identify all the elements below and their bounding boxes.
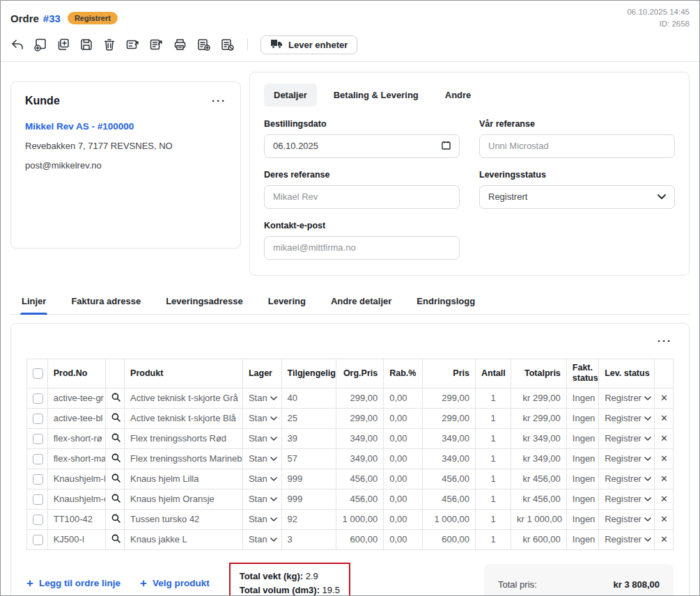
copy-order-add-icon[interactable] — [56, 38, 70, 52]
qty-cell[interactable]: 1 — [475, 448, 511, 469]
undo-icon[interactable] — [10, 38, 24, 52]
delivery-status-select[interactable]: Registrer — [599, 509, 655, 529]
row-checkbox[interactable] — [33, 393, 43, 404]
tab-levering[interactable]: Levering — [267, 290, 307, 314]
order-number-link[interactable]: #33 — [43, 13, 61, 24]
delete-line-icon[interactable]: ✕ — [660, 413, 668, 423]
stock-select[interactable]: Stan — [242, 509, 281, 529]
qty-cell[interactable]: 1 — [475, 428, 511, 448]
row-checkbox[interactable] — [33, 474, 43, 485]
add-document-icon[interactable] — [196, 38, 211, 52]
qty-cell[interactable]: 1 — [475, 469, 511, 489]
delete-line-icon[interactable]: ✕ — [660, 534, 668, 544]
deliver-units-button[interactable]: Lever enheter — [260, 36, 357, 54]
org-price-cell[interactable]: 299,00 — [336, 388, 384, 408]
search-icon[interactable] — [106, 509, 125, 529]
product-cell[interactable]: Flex treningsshorts Rød — [125, 428, 243, 448]
product-cell[interactable]: Flex treningsshorts Marineblå — [125, 448, 243, 469]
choose-product-button[interactable]: + Velg produkt — [140, 577, 210, 590]
stock-select[interactable]: Stan — [242, 428, 281, 448]
prod-no-cell[interactable]: active-tee-gr — [47, 388, 106, 408]
send-order-icon[interactable] — [125, 38, 140, 52]
price-cell[interactable]: 600,00 — [422, 529, 475, 549]
delete-line-icon[interactable]: ✕ — [660, 393, 668, 403]
row-checkbox[interactable] — [33, 515, 43, 525]
prod-no-cell[interactable]: active-tee-bl — [47, 408, 106, 428]
tab-leveringsadresse[interactable]: Leveringsadresse — [164, 290, 244, 314]
search-icon[interactable] — [106, 428, 125, 448]
prod-no-cell[interactable]: KJ500-l — [47, 529, 106, 549]
delete-line-icon[interactable]: ✕ — [660, 453, 668, 464]
org-price-cell[interactable]: 349,00 — [336, 428, 384, 448]
discount-cell[interactable]: 0,00 — [384, 388, 423, 408]
qty-cell[interactable]: 1 — [475, 408, 511, 428]
stock-select[interactable]: Stan — [242, 388, 281, 408]
row-checkbox[interactable] — [33, 535, 43, 545]
tab-detaljer[interactable]: Detaljer — [264, 84, 317, 107]
prod-no-cell[interactable]: flex-short-ma — [47, 448, 106, 469]
org-price-cell[interactable]: 1 000,00 — [336, 509, 384, 529]
search-icon[interactable] — [106, 469, 125, 489]
price-cell[interactable]: 299,00 — [422, 408, 475, 428]
product-cell[interactable]: Tussen tursko 42 — [125, 509, 243, 529]
tab-betaling-levering[interactable]: Betaling & Levering — [324, 84, 428, 107]
discount-cell[interactable]: 0,00 — [384, 509, 423, 529]
discount-cell[interactable]: 0,00 — [384, 408, 423, 428]
qty-cell[interactable]: 1 — [475, 489, 511, 509]
qty-cell[interactable]: 1 — [475, 509, 511, 529]
price-cell[interactable]: 349,00 — [422, 448, 475, 469]
product-cell[interactable]: Knaus hjelm Lilla — [125, 469, 243, 489]
print-icon[interactable] — [173, 38, 187, 52]
delivery-status-select[interactable]: Registrer — [599, 489, 655, 509]
tab-faktura-adresse[interactable]: Faktura adresse — [70, 290, 142, 314]
stock-select[interactable]: Stan — [242, 469, 281, 489]
search-icon[interactable] — [106, 529, 125, 549]
row-checkbox[interactable] — [33, 454, 43, 464]
qty-cell[interactable]: 1 — [475, 529, 511, 549]
org-price-cell[interactable]: 456,00 — [336, 469, 384, 489]
edit-order-icon[interactable] — [149, 38, 164, 52]
customer-name-link[interactable]: Mikkel Rev AS - #100000 — [25, 121, 226, 132]
prod-no-cell[interactable]: Knaushjelm-o — [47, 489, 106, 509]
delivery-status-select[interactable]: Registrer — [599, 388, 655, 408]
tab-andre[interactable]: Andre — [435, 84, 481, 107]
delivery-status-select[interactable]: Registrer — [599, 428, 655, 448]
row-checkbox[interactable] — [33, 434, 43, 444]
org-price-cell[interactable]: 600,00 — [336, 529, 384, 549]
row-checkbox[interactable] — [33, 494, 43, 505]
our-reference-input[interactable]: Unni Microstad — [479, 134, 675, 158]
discount-cell[interactable]: 0,00 — [384, 529, 423, 549]
calendar-icon[interactable] — [442, 141, 451, 152]
search-icon[interactable] — [106, 408, 125, 428]
delete-line-icon[interactable]: ✕ — [660, 514, 668, 524]
search-icon[interactable] — [106, 448, 125, 469]
product-cell[interactable]: Active teknisk t-skjorte Grå — [125, 388, 243, 408]
discount-cell[interactable]: 0,00 — [384, 489, 423, 509]
tab-linjer[interactable]: Linjer — [20, 290, 47, 314]
save-icon[interactable] — [79, 38, 93, 52]
delete-line-icon[interactable]: ✕ — [660, 473, 668, 484]
qty-cell[interactable]: 1 — [475, 388, 511, 408]
prod-no-cell[interactable]: Knaushjelm-l — [47, 469, 106, 489]
price-cell[interactable]: 1 000,00 — [422, 509, 475, 529]
prod-no-cell[interactable]: flex-short-rø — [47, 428, 106, 448]
void-document-icon[interactable] — [220, 38, 235, 52]
stock-select[interactable]: Stan — [242, 529, 281, 549]
select-all-checkbox[interactable] — [33, 368, 43, 379]
lines-card-menu-icon[interactable]: ··· — [658, 335, 672, 347]
price-cell[interactable]: 299,00 — [422, 388, 475, 408]
tab-endringslogg[interactable]: Endringslogg — [415, 290, 476, 314]
delivery-status-select[interactable]: Registrert — [479, 185, 675, 209]
discount-cell[interactable]: 0,00 — [384, 448, 423, 469]
product-cell[interactable]: Knaus jakke L — [125, 529, 243, 549]
delivery-status-select[interactable]: Registrer — [599, 408, 655, 428]
stock-select[interactable]: Stan — [242, 448, 281, 469]
product-cell[interactable]: Knaus hjelm Oransje — [125, 489, 243, 509]
delivery-status-select[interactable]: Registrer — [599, 448, 655, 469]
org-price-cell[interactable]: 299,00 — [336, 408, 384, 428]
org-price-cell[interactable]: 456,00 — [336, 489, 384, 509]
row-checkbox[interactable] — [33, 414, 43, 424]
order-date-input[interactable]: 06.10.2025 — [264, 134, 460, 158]
search-icon[interactable] — [106, 388, 125, 408]
delete-line-icon[interactable]: ✕ — [660, 433, 668, 444]
